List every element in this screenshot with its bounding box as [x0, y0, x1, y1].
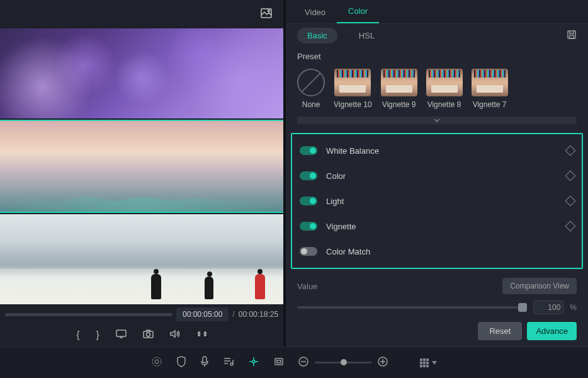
preset-expand-button[interactable]	[297, 117, 577, 124]
toggle-light[interactable]	[300, 197, 317, 205]
timecode-bar: 00:00:05:00 / 00:00:18:25	[0, 305, 283, 324]
label-color: Color	[326, 171, 558, 181]
preview-clip-1[interactable]	[0, 28, 283, 118]
tab-video[interactable]: Video	[293, 1, 337, 23]
svg-rect-9	[203, 357, 206, 363]
value-percent: %	[570, 303, 577, 312]
label-vignette: Vignette	[326, 222, 558, 231]
sub-tabs-row: Basic HSL	[286, 24, 588, 47]
preset-none[interactable]: None	[297, 69, 325, 109]
preset-vignette-8[interactable]: Vignette 8	[426, 69, 463, 109]
value-input[interactable]	[533, 301, 563, 314]
keyframe-white-balance[interactable]	[565, 146, 576, 156]
tab-color[interactable]: Color	[337, 0, 379, 23]
toggle-row-white-balance: White Balance	[292, 138, 582, 163]
reset-button[interactable]: Reset	[478, 322, 522, 340]
toggle-row-color: Color	[292, 163, 582, 188]
keyframe-light[interactable]	[565, 196, 576, 207]
save-preset-icon[interactable]	[567, 30, 577, 42]
svg-rect-23	[423, 365, 426, 367]
preview-clip-3[interactable]	[0, 214, 283, 304]
keyframe-color[interactable]	[565, 171, 576, 181]
svg-rect-5	[568, 31, 575, 38]
preview-clip-2[interactable]	[0, 120, 283, 212]
zoom-in-icon[interactable]	[378, 357, 388, 369]
view-mode-dropdown[interactable]	[419, 358, 437, 368]
preset-vignette-7[interactable]: Vignette 7	[472, 69, 508, 109]
preset-label: Preset	[297, 52, 577, 61]
preview-header	[0, 0, 283, 28]
svg-rect-18	[426, 358, 429, 361]
toggle-white-balance[interactable]	[300, 146, 317, 155]
timecode-track[interactable]	[5, 313, 172, 316]
timecode-separator: /	[232, 310, 234, 319]
label-white-balance: White Balance	[326, 146, 558, 156]
toggle-row-vignette: Vignette	[292, 214, 582, 239]
zoom-slider[interactable]	[315, 362, 371, 364]
camera-icon[interactable]	[143, 329, 154, 341]
mark-in-icon[interactable]: {	[76, 329, 79, 341]
svg-rect-21	[426, 362, 429, 364]
crop-icon[interactable]	[273, 357, 285, 368]
preset-row: None Vignette 10 Vignette 9 Vignette 8 V…	[297, 66, 577, 112]
props-tabs: Video Color	[286, 0, 588, 24]
label-color-match: Color Match	[326, 247, 574, 256]
bottom-toolbar	[0, 346, 588, 378]
svg-rect-17	[423, 358, 426, 361]
screen-icon[interactable]	[116, 329, 127, 341]
shield-icon[interactable]	[176, 356, 186, 369]
toggle-row-light: Light	[292, 188, 582, 214]
value-label: Value	[297, 282, 317, 291]
color-adjust-icon[interactable]	[248, 356, 259, 369]
comparison-view-button[interactable]: Comparison View	[502, 278, 577, 294]
timecode-current[interactable]: 00:00:05:00	[176, 307, 229, 321]
subtab-basic[interactable]: Basic	[297, 28, 337, 43]
zoom-out-icon[interactable]	[298, 357, 308, 369]
value-slider[interactable]	[297, 306, 527, 309]
svg-rect-2	[116, 330, 126, 336]
mark-out-icon[interactable]: }	[96, 329, 99, 341]
aperture-icon[interactable]	[151, 356, 162, 369]
svg-rect-24	[426, 365, 429, 367]
preview-panel: 00:00:05:00 / 00:00:18:25 { }	[0, 0, 283, 346]
toggle-color-match[interactable]	[300, 247, 317, 256]
props-footer: Reset Advance	[286, 317, 588, 346]
toggle-color[interactable]	[300, 171, 317, 180]
microphone-icon[interactable]	[200, 356, 209, 369]
toggle-vignette[interactable]	[300, 222, 317, 231]
keyframe-vignette[interactable]	[565, 221, 576, 232]
preview-clips	[0, 28, 283, 305]
value-slider-row: %	[286, 299, 588, 317]
color-toggles-highlight: White Balance Color Light Vignette Color	[291, 133, 583, 269]
svg-rect-6	[570, 35, 574, 38]
preview-toolbar: { }	[0, 324, 283, 346]
timecode-total: 00:00:18:25	[239, 310, 278, 319]
preset-vignette-9[interactable]: Vignette 9	[381, 69, 417, 109]
subtab-hsl[interactable]: HSL	[349, 28, 385, 43]
label-light: Light	[326, 197, 558, 206]
fullscreen-icon[interactable]	[197, 329, 207, 341]
svg-point-11	[252, 360, 255, 363]
svg-rect-12	[275, 358, 283, 365]
toggle-row-color-match: Color Match	[292, 239, 582, 264]
svg-point-7	[152, 357, 161, 366]
audio-list-icon[interactable]	[223, 357, 234, 369]
svg-rect-16	[420, 358, 422, 361]
preset-vignette-10[interactable]: Vignette 10	[334, 69, 372, 109]
advance-button[interactable]: Advance	[527, 322, 577, 340]
svg-rect-22	[420, 365, 422, 367]
svg-rect-19	[420, 362, 422, 364]
svg-point-4	[146, 333, 150, 336]
svg-point-1	[268, 9, 270, 11]
svg-rect-20	[423, 362, 426, 364]
zoom-group	[298, 357, 388, 369]
volume-icon[interactable]	[170, 329, 181, 341]
properties-panel: Video Color Basic HSL Preset None Vig	[286, 0, 588, 346]
value-section: Value Comparison View	[286, 273, 588, 299]
preset-section: Preset None Vignette 10 Vignette 9 Vigne…	[286, 47, 588, 114]
svg-rect-13	[277, 360, 281, 363]
image-icon[interactable]	[261, 8, 272, 20]
svg-point-8	[155, 360, 159, 364]
